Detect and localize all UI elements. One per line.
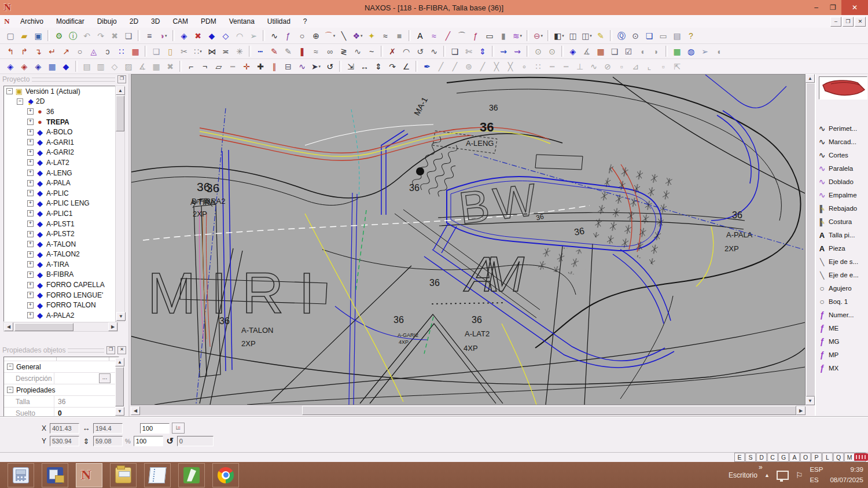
toolbar-button[interactable]: ◫ <box>580 30 593 42</box>
desktop-toolbar-label[interactable]: Escritorio <box>729 471 757 479</box>
toolbar-button[interactable]: ↷ <box>94 30 107 42</box>
toolbar-button[interactable]: ↔ <box>358 60 371 72</box>
toolbar-button[interactable]: ○ <box>296 30 308 42</box>
toolbar-button[interactable]: ◖ <box>712 45 725 57</box>
property-row-descripcion[interactable]: Descripción ... <box>4 373 119 384</box>
toolbar-button[interactable]: ❏ <box>448 45 461 57</box>
x-coordinate-field[interactable]: 401.43 <box>50 423 79 434</box>
operation-item[interactable]: Eje de e... <box>817 268 868 281</box>
tree-item[interactable]: A-LENG <box>4 168 117 178</box>
tree-expand-icon[interactable] <box>27 180 34 186</box>
tree-expand-icon[interactable] <box>27 241 34 247</box>
toolbar-button[interactable]: ▱ <box>212 60 225 72</box>
toolbar-button[interactable]: ↄ <box>101 45 114 57</box>
toolbar-button[interactable]: ◈ <box>4 60 17 72</box>
toolbar-button[interactable]: ▮ <box>497 30 510 42</box>
toolbar-button[interactable]: ✦ <box>365 30 378 42</box>
scale-x-input[interactable]: 100 <box>140 423 170 434</box>
show-hidden-icons-icon[interactable]: ▲ <box>764 472 770 478</box>
toolbar-overflow-icon[interactable]: » <box>759 463 763 471</box>
project-tree-vscrollbar[interactable]: ▲ ▼ <box>115 86 125 322</box>
operation-item[interactable]: Perimet... <box>817 122 868 135</box>
tree-expand-icon[interactable] <box>27 149 34 156</box>
toolbar-button[interactable]: ✖ <box>192 30 204 42</box>
toolbar-button[interactable]: ▦ <box>671 45 683 57</box>
tree-expand-icon[interactable] <box>27 139 34 145</box>
operation-item[interactable]: MX <box>817 361 868 375</box>
toolbar-button[interactable]: ⊥ <box>573 60 586 72</box>
toolbar-button[interactable]: ┅ <box>254 45 267 57</box>
y-coordinate-field[interactable]: 530.94 <box>50 436 79 446</box>
group-row-general[interactable]: General <box>4 361 119 373</box>
operation-item[interactable]: Empalme <box>817 188 868 201</box>
toolbar-button[interactable]: ❏ <box>643 30 656 42</box>
tree-item[interactable]: A-PLST1 <box>4 219 117 229</box>
toolbar-button[interactable]: ↺ <box>414 45 426 57</box>
project-panel-restore-icon[interactable]: ❐ <box>117 75 126 83</box>
tree-item[interactable]: TREPA <box>4 117 117 127</box>
layer-toggle-key[interactable]: S <box>745 453 756 462</box>
tree-expand-icon[interactable] <box>27 302 34 309</box>
toolbar-button[interactable]: ⊿ <box>629 60 642 72</box>
toolbar-button[interactable]: A <box>414 30 426 42</box>
menu-item[interactable]: 2D <box>123 15 145 28</box>
toolbar-button[interactable]: ⊕ <box>310 30 322 42</box>
toolbar-button[interactable]: ⊖ <box>532 30 545 42</box>
operation-item[interactable]: Doblado <box>817 175 868 188</box>
menu-item[interactable]: 3D <box>145 15 166 28</box>
menu-item[interactable]: Ventana <box>223 15 261 28</box>
toolbar-button[interactable]: ❏ <box>122 30 135 42</box>
menu-item[interactable]: Utilidad <box>261 15 297 28</box>
toolbar-button[interactable]: ⊙ <box>629 30 642 42</box>
toolbar-button[interactable]: ▦ <box>46 60 58 72</box>
tree-expand-icon[interactable] <box>27 159 34 166</box>
tree-item[interactable]: A-TIRA <box>4 259 117 270</box>
property-value[interactable] <box>54 373 99 384</box>
toolbar-button[interactable]: ◆ <box>205 30 218 42</box>
tree-item[interactable]: FORRO LENGUE' <box>4 290 117 300</box>
operation-item[interactable]: Costura <box>817 215 868 228</box>
toolbar-button[interactable]: ∿ <box>268 30 281 42</box>
toolbar-button[interactable]: ≍ <box>219 45 232 57</box>
tree-expand-icon[interactable] <box>27 292 34 298</box>
toolbar-button[interactable]: ╲ <box>337 30 350 42</box>
language-indicator[interactable]: ESPES <box>810 465 823 485</box>
toolbar-button[interactable]: ✂ <box>178 45 190 57</box>
toolbar-button[interactable]: ◑ <box>157 30 170 42</box>
group-row-propiedades[interactable]: Propiedades <box>4 384 119 396</box>
toolbar-button[interactable]: ╳ <box>490 60 503 72</box>
collapse-icon[interactable] <box>7 364 13 370</box>
tree-expand-icon[interactable] <box>27 129 34 135</box>
toolbar-button[interactable]: ? <box>685 30 697 42</box>
toolbar-button[interactable]: ❏ <box>608 45 621 57</box>
tree-item[interactable]: A-PALA <box>4 178 117 188</box>
operation-item[interactable]: Marcad... <box>817 135 868 148</box>
toolbar-button[interactable]: ❏ <box>150 45 163 57</box>
toolbar-button[interactable]: ∿ <box>428 45 440 57</box>
toolbar-button[interactable]: ◈ <box>18 60 31 72</box>
toolbar-button[interactable]: ◍ <box>685 45 697 57</box>
toolbar-button[interactable]: ╳ <box>504 60 517 72</box>
toolbar-button[interactable]: ╱ <box>442 30 454 42</box>
taskbar-app-button[interactable] <box>144 463 171 487</box>
menu-item[interactable]: ? <box>297 15 314 28</box>
operation-item[interactable]: ME <box>817 321 868 335</box>
toolbar-button[interactable]: ➢ <box>698 45 711 57</box>
toolbar-button[interactable]: ⚙ <box>53 30 65 42</box>
layer-toggle-key[interactable]: Q <box>833 453 844 462</box>
taskbar-app-button[interactable] <box>212 463 239 487</box>
toolbar-button[interactable]: ⇕ <box>476 45 489 57</box>
restore-button[interactable]: ❐ <box>825 0 841 15</box>
layer-toggle-key[interactable]: C <box>767 453 778 462</box>
tree-item[interactable]: 36 <box>4 107 117 117</box>
tree-expand-icon[interactable] <box>27 312 34 318</box>
tree-expand-icon[interactable] <box>27 221 34 227</box>
toolbar-button[interactable]: ┉ <box>546 60 558 72</box>
toolbar-button[interactable]: ✎ <box>268 45 281 57</box>
toolbar-button[interactable]: ➢ <box>247 30 260 42</box>
tree-expand-icon[interactable] <box>17 98 23 105</box>
toolbar-button[interactable]: ∷ <box>192 45 204 57</box>
toolbar-button[interactable]: ┉ <box>226 60 239 72</box>
toolbar-button[interactable]: ◫ <box>567 30 579 42</box>
toolbar-button[interactable]: ∿ <box>587 60 600 72</box>
